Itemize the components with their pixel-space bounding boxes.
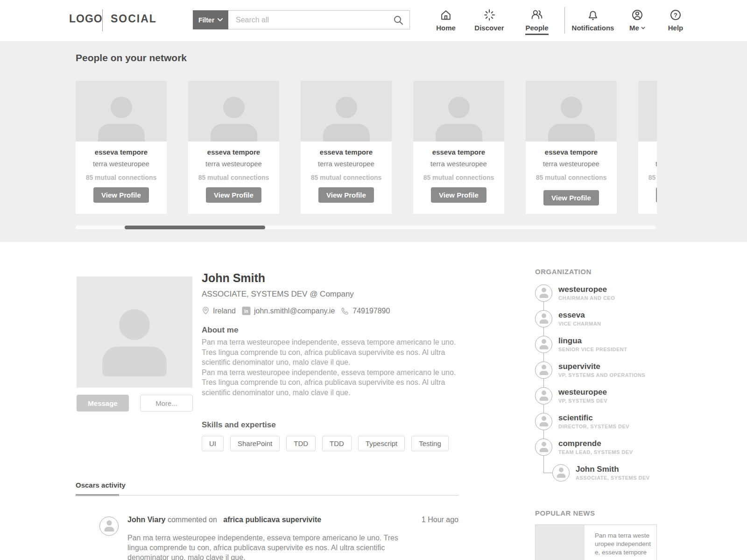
profile-details: John Smith ASSOCIATE, SYSTEMS DEV @ Comp… xyxy=(202,271,463,451)
brand-title: SOCIAL xyxy=(111,13,157,25)
org-member-row[interactable]: scientific DIRECTOR, SYSTEMS DEV xyxy=(535,413,657,430)
person-card: esseva tempore terra westeuropee 85 mutu… xyxy=(188,81,279,214)
nav-item-help[interactable]: ? Help xyxy=(657,8,694,32)
org-member-avatar xyxy=(535,336,552,353)
profile-phone: 749197890 xyxy=(352,307,390,315)
person-card: esseva tempore terra westeuropee 85 mutu… xyxy=(301,81,392,214)
org-member-row[interactable]: westeuropee VP, SYSTEMS DEV xyxy=(535,387,657,404)
profile-photo-placeholder xyxy=(77,276,192,388)
skill-chip[interactable]: UI xyxy=(202,436,224,451)
nav-item-label: Notifications xyxy=(572,24,614,32)
skills-title: Skills and expertise xyxy=(202,420,463,430)
mutual-connections: 85 mutual connections xyxy=(642,174,657,181)
search-icon[interactable] xyxy=(393,14,404,26)
search-input[interactable] xyxy=(228,11,409,29)
top-navigation-bar: LOGO SOCIAL Filter Home xyxy=(0,0,747,41)
profile-page: Message More... John Smith ASSOCIATE, SY… xyxy=(0,242,747,560)
comment-text: Pan ma terra westeuropee independente, e… xyxy=(127,533,410,560)
location-pin-icon xyxy=(202,306,210,315)
profile-location: Ireland xyxy=(213,307,236,315)
person-card: esseva tempore terra westeuropee 85 mutu… xyxy=(76,81,167,214)
view-profile-button[interactable]: View Profile xyxy=(656,187,657,203)
mutual-connections: 85 mutual connections xyxy=(79,174,163,181)
person-name: esseva tempore xyxy=(192,148,275,156)
view-profile-button[interactable]: View Profile xyxy=(431,187,486,203)
news-card[interactable]: Pan ma terra westeuropee independente, e… xyxy=(535,525,657,560)
linkedin-icon: in xyxy=(242,306,251,315)
skill-chip[interactable]: Testing xyxy=(411,436,449,451)
org-member-role: CHAIRMAN AND CEO xyxy=(558,295,615,301)
view-profile-button[interactable]: View Profile xyxy=(93,187,149,203)
org-member-name: scientific xyxy=(558,414,629,422)
activity-timestamp: 1 Hour ago xyxy=(422,516,458,524)
location-entry: Ireland xyxy=(202,306,236,315)
person-card: esseva tempore terra westeuropee 85 mutu… xyxy=(638,81,657,214)
org-member-name: esseva xyxy=(558,311,601,319)
org-member-row[interactable]: supervivite VP, SYSTEMS AND OPERATIONS xyxy=(535,362,657,379)
org-member-name: comprende xyxy=(558,439,633,447)
commenter-avatar xyxy=(99,517,119,536)
org-member-role: TEAM LEAD, SYSTEMS DEV xyxy=(558,449,633,455)
org-member-row[interactable]: lingua SENIOR VICE PRESIDENT xyxy=(535,336,657,353)
filter-button[interactable]: Filter xyxy=(193,10,228,29)
profile-headline: ASSOCIATE, SYSTEMS DEV @ Company xyxy=(202,290,463,299)
bell-icon xyxy=(586,8,599,21)
logo-divider xyxy=(102,9,103,31)
view-profile-button[interactable]: View Profile xyxy=(206,187,261,203)
org-member-row[interactable]: esseva VICE CHARMAN xyxy=(535,310,657,327)
email-entry[interactable]: in john.smithl@company.ie xyxy=(242,306,335,315)
about-me-paragraph: Pan ma terra westeuropee independente, e… xyxy=(202,368,463,398)
person-photo-placeholder xyxy=(301,81,392,142)
svg-text:?: ? xyxy=(674,12,677,19)
org-member-role: ASSOCIATE, SYSTEMS DEV xyxy=(576,475,650,481)
user-circle-icon xyxy=(631,8,644,21)
person-subtitle: terra westeuropee xyxy=(529,160,613,168)
carousel-scrollbar[interactable] xyxy=(76,226,656,229)
org-member-name: westeuropee xyxy=(558,285,615,293)
popular-news-section: POPULAR NEWS Pan ma terra westeuropee in… xyxy=(535,509,657,560)
org-member-avatar xyxy=(535,284,552,302)
contact-row: Ireland in john.smithl@company.ie 749197… xyxy=(202,306,463,315)
carousel-scrollbar-thumb[interactable] xyxy=(125,226,265,229)
filter-button-label: Filter xyxy=(198,16,214,24)
org-member-name: westeuropee xyxy=(558,388,607,396)
org-member-row[interactable]: John Smith ASSOCIATE, SYSTEMS DEV xyxy=(552,464,657,482)
view-profile-button[interactable]: View Profile xyxy=(318,187,374,203)
skill-chip[interactable]: TDD xyxy=(286,436,316,451)
message-button[interactable]: Message xyxy=(77,395,129,411)
org-member-role: VP, SYSTEMS AND OPERATIONS xyxy=(558,372,645,378)
commenter-name[interactable]: John Viary xyxy=(127,516,166,524)
view-profile-button[interactable]: View Profile xyxy=(543,190,599,206)
logo: LOGO xyxy=(69,13,103,25)
nav-item-home[interactable]: Home xyxy=(427,8,465,32)
person-subtitle: terra westeuropee xyxy=(79,160,163,168)
person-name: esseva tempore xyxy=(417,148,500,156)
nav-item-me[interactable]: Me xyxy=(621,8,654,32)
popular-news-title: POPULAR NEWS xyxy=(535,509,657,517)
skill-chip[interactable]: SharePoint xyxy=(230,436,280,451)
skills-list: UI SharePoint TDD TDD Typescript Testing xyxy=(202,436,463,451)
person-name: esseva tempore xyxy=(642,148,657,156)
right-sidebar: ORGANIZATION westeuropee CHAIRMAN AND CE… xyxy=(535,268,657,560)
nav-item-label: Me xyxy=(629,24,645,32)
profile-email[interactable]: john.smithl@company.ie xyxy=(254,307,335,315)
nav-item-people[interactable]: People xyxy=(518,8,556,32)
nav-item-notifications[interactable]: Notifications xyxy=(563,8,623,32)
phone-icon xyxy=(341,307,349,315)
chevron-down-icon xyxy=(218,18,223,21)
org-member-name: John Smith xyxy=(576,465,650,473)
more-button[interactable]: More... xyxy=(140,395,193,411)
nav-item-discover[interactable]: Discover xyxy=(471,8,508,32)
activity-target[interactable]: africa publicava supervivite xyxy=(223,516,321,524)
person-subtitle: terra westeuropee xyxy=(642,160,657,168)
profile-name: John Smith xyxy=(202,271,463,285)
org-member-row[interactable]: westeuropee CHAIRMAN AND CEO xyxy=(535,284,657,302)
org-member-avatar xyxy=(535,387,552,404)
search-bar: Filter xyxy=(193,10,410,29)
skill-chip[interactable]: TDD xyxy=(322,436,352,451)
mutual-connections: 85 mutual connections xyxy=(192,174,275,181)
people-icon xyxy=(530,8,543,21)
discover-icon xyxy=(483,8,496,21)
org-member-row[interactable]: comprende TEAM LEAD, SYSTEMS DEV xyxy=(535,439,657,456)
skill-chip[interactable]: Typescript xyxy=(358,436,405,451)
